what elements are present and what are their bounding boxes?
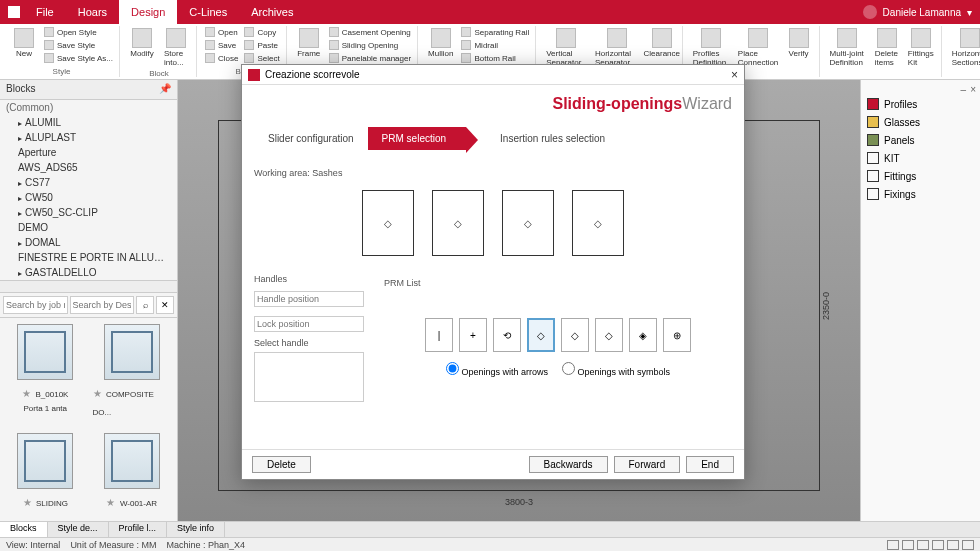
tree-item[interactable]: GASTALDELLO	[0, 265, 177, 280]
thumb-item[interactable]: ★ SLIDING	[6, 433, 85, 516]
profiles-def-button[interactable]: Profiles Definition	[689, 26, 734, 69]
verify-button[interactable]: Verify	[783, 26, 815, 60]
rp-fittings[interactable]: Fittings	[865, 167, 976, 185]
star-icon[interactable]: ★	[93, 388, 102, 399]
tree-item[interactable]: AWS_ADS65	[0, 160, 177, 175]
tree-item[interactable]: Aperture	[0, 145, 177, 160]
midrail-button[interactable]: Midrail	[459, 39, 531, 51]
tree-item[interactable]: DOMAL	[0, 235, 177, 250]
store-into-button[interactable]: Store into...	[160, 26, 192, 69]
modify-button[interactable]: Modify	[126, 26, 158, 60]
rp-glasses[interactable]: Glasses	[865, 113, 976, 131]
close-icon[interactable]: ×	[970, 84, 976, 95]
tree-scrollbar[interactable]	[0, 280, 177, 292]
prm-item-4[interactable]: ◇	[561, 318, 589, 352]
prm-item-3[interactable]: ◇	[527, 318, 555, 352]
separating-rail-button[interactable]: Separating Rail	[459, 26, 531, 38]
vseparator-button[interactable]: Vertical Separator	[542, 26, 589, 69]
tree[interactable]: (Common) ALUMIL ALUPLAST Aperture AWS_AD…	[0, 100, 177, 280]
hseparator-button[interactable]: Horizontal Separator	[591, 26, 644, 69]
copy-button[interactable]: Copy	[242, 26, 281, 38]
radio-arrows[interactable]: Openings with arrows	[446, 362, 548, 377]
step-prm-selection[interactable]: PRM selection	[368, 127, 466, 150]
fittings-kit-button[interactable]: Fittings Kit	[905, 26, 937, 69]
thumb-item[interactable]: ★ W-001-AR	[93, 433, 172, 516]
pin-icon[interactable]: 📌	[159, 83, 171, 96]
tab-hoars[interactable]: Hoars	[66, 0, 119, 24]
tab-design[interactable]: Design	[119, 0, 177, 24]
mullion-button[interactable]: Mullion	[424, 26, 457, 60]
star-icon[interactable]: ★	[106, 497, 115, 508]
sb-icon[interactable]	[947, 540, 959, 550]
tree-item[interactable]: ALUPLAST	[0, 130, 177, 145]
btab-styleinfo[interactable]: Style info	[167, 522, 225, 537]
star-icon[interactable]: ★	[23, 497, 32, 508]
btab-blocks[interactable]: Blocks	[0, 522, 48, 537]
select-handle-area[interactable]	[254, 352, 364, 402]
tree-item[interactable]: CW50	[0, 190, 177, 205]
sliding-opening-button[interactable]: Sliding Opening	[327, 39, 413, 51]
bottom-rail-button[interactable]: Bottom Rail	[459, 52, 531, 64]
clear-search-button[interactable]: ✕	[156, 296, 174, 314]
rp-kit[interactable]: KIT	[865, 149, 976, 167]
sash-4[interactable]	[572, 190, 624, 256]
delete-items-button[interactable]: Delete items	[871, 26, 903, 69]
step-slider-config[interactable]: Slider configuration	[254, 127, 368, 150]
tab-clines[interactable]: C-Lines	[177, 0, 239, 24]
place-connection-button[interactable]: Place Connection	[736, 26, 781, 69]
sb-icon[interactable]	[887, 540, 899, 550]
tree-item[interactable]: FINESTRE E PORTE IN ALLUMINIO-LEGNO	[0, 250, 177, 265]
rp-fixings[interactable]: Fixings	[865, 185, 976, 203]
hsections-button[interactable]: Horizontal Sections	[948, 26, 980, 69]
tab-file[interactable]: File	[24, 0, 66, 24]
tab-archives[interactable]: Archives	[239, 0, 305, 24]
open-button[interactable]: Open	[203, 26, 240, 38]
open-style-button[interactable]: Open Style	[42, 26, 115, 38]
user-area[interactable]: Daniele Lamanna ▾	[863, 5, 972, 19]
sb-icon[interactable]	[902, 540, 914, 550]
prm-item-6[interactable]: ◈	[629, 318, 657, 352]
prm-item-1[interactable]: +	[459, 318, 487, 352]
minimize-icon[interactable]: –	[961, 84, 967, 95]
sb-icon[interactable]	[917, 540, 929, 550]
thumb-item[interactable]: ★ COMPOSITE DO...	[93, 324, 172, 425]
thumb-item[interactable]: ★ B_0010K Porta 1 anta	[6, 324, 85, 425]
sb-icon[interactable]	[932, 540, 944, 550]
rp-profiles[interactable]: Profiles	[865, 95, 976, 113]
prm-item-2[interactable]: ⟲	[493, 318, 521, 352]
search-job-input[interactable]	[3, 296, 68, 314]
radio-symbols[interactable]: Openings with symbols	[562, 362, 670, 377]
dialog-close-button[interactable]: ×	[731, 68, 738, 82]
multijoint-button[interactable]: Multi-joint Definition	[826, 26, 869, 69]
select-button[interactable]: Select	[242, 52, 281, 64]
save-style-as-button[interactable]: Save Style As...	[42, 52, 115, 64]
search-button[interactable]: ⌕	[136, 296, 154, 314]
prm-item-0[interactable]: |	[425, 318, 453, 352]
star-icon[interactable]: ★	[22, 388, 31, 399]
step-insertion-rules[interactable]: Insertion rules selection	[486, 127, 619, 150]
lock-position-input[interactable]	[254, 316, 364, 332]
btab-profile[interactable]: Profile l...	[109, 522, 168, 537]
sash-2[interactable]	[432, 190, 484, 256]
forward-button[interactable]: Forward	[614, 456, 681, 473]
delete-button[interactable]: Delete	[252, 456, 311, 473]
handle-position-input[interactable]	[254, 291, 364, 307]
end-button[interactable]: End	[686, 456, 734, 473]
tree-item[interactable]: CS77	[0, 175, 177, 190]
save-style-button[interactable]: Save Style	[42, 39, 115, 51]
prm-item-5[interactable]: ◇	[595, 318, 623, 352]
tree-root[interactable]: (Common)	[0, 100, 177, 115]
tree-item[interactable]: CW50_SC-CLIP	[0, 205, 177, 220]
sash-3[interactable]	[502, 190, 554, 256]
save-button[interactable]: Save	[203, 39, 240, 51]
rp-panels[interactable]: Panels	[865, 131, 976, 149]
paste-button[interactable]: Paste	[242, 39, 281, 51]
casement-opening-button[interactable]: Casement Opening	[327, 26, 413, 38]
clearance-button[interactable]: Clearance	[646, 26, 678, 60]
frame-button[interactable]: Frame	[293, 26, 325, 60]
sash-1[interactable]	[362, 190, 414, 256]
tree-item[interactable]: DEMO	[0, 220, 177, 235]
new-button[interactable]: New	[8, 26, 40, 60]
btab-stylede[interactable]: Style de...	[48, 522, 109, 537]
search-descrip-input[interactable]	[70, 296, 135, 314]
